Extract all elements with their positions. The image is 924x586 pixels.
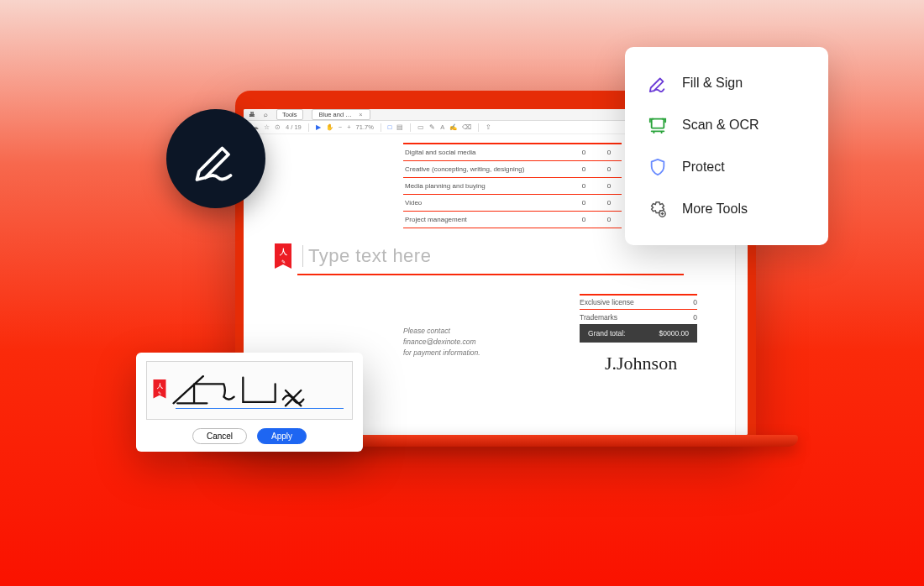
budget-table: Digital and social media00 Creative (con… [403,143,622,228]
annot-sign-icon[interactable]: ✍ [449,123,457,131]
page-counter: 4 / 19 [286,123,302,131]
table-row: Creative (concepting, writing, designing… [403,161,622,178]
annot-highlight-icon[interactable]: ▭ [417,123,424,131]
pdf-bookmark-icon: 人✎ [152,379,167,401]
tool-label: Protect [682,160,725,175]
svg-rect-2 [652,119,664,128]
table-row: Digital and social media00 [403,144,622,161]
pdf-bookmark-icon: 人✎ [273,243,293,272]
annot-draw-icon[interactable]: ✎ [429,123,435,131]
close-tab-icon[interactable]: × [359,111,362,118]
zoom-plus-icon[interactable]: + [347,123,350,131]
cancel-button[interactable]: Cancel [192,428,247,444]
tab-label: Blue and White Ill... [319,111,356,118]
page-display-icon[interactable]: ▤ [396,123,403,131]
svg-text:✎: ✎ [158,391,161,395]
protect-icon [648,158,667,176]
fill-text-field[interactable]: Type text here [302,245,613,275]
tools-panel: Fill & Sign Scan & OCR Protect More Tool… [625,47,828,245]
table-row: Media planning and buying00 [403,178,622,195]
drawn-signature [172,371,314,410]
zoom-out-icon[interactable]: ⌕ [264,111,268,118]
hand-icon[interactable]: ✋ [326,123,333,131]
signature-dialog: 人✎ Zac Fox Cancel Apply [136,353,363,452]
cursor-icon[interactable]: ▶ [316,123,321,131]
svg-text:人: 人 [279,248,288,256]
table-row: Video00 [403,195,622,212]
print-icon[interactable]: 🖶 [249,111,255,118]
svg-text:✎: ✎ [281,259,286,264]
tool-protect[interactable]: Protect [625,146,828,188]
tools-link[interactable]: Tools [276,109,303,120]
scan-ocr-icon [648,116,667,134]
tool-label: Scan & OCR [682,118,759,133]
document-tab[interactable]: Blue and White Ill... × [312,109,370,120]
fill-placeholder: Type text here [302,245,613,267]
annot-text-icon[interactable]: A [440,123,444,131]
existing-signature: J.Johnson [605,353,677,374]
annot-erase-icon[interactable]: ⌫ [462,123,471,131]
select-tool-icon[interactable]: □ [388,123,392,131]
fill-sign-icon [648,74,667,92]
tool-label: Fill & Sign [682,76,743,91]
tool-fill-sign[interactable]: Fill & Sign [625,62,828,104]
contact-info: Please contact finance@dexinote.com for … [403,326,480,358]
grand-total-row: Grand total:$0000.00 [580,324,697,343]
page-up-icon[interactable]: ⊙ [275,123,281,131]
sign-hero-badge [166,109,265,208]
zoom-level[interactable]: 71.7% [356,123,374,131]
zoom-minus-icon[interactable]: − [339,123,342,131]
share-icon[interactable]: ⇪ [486,123,491,131]
apply-button[interactable]: Apply [257,428,307,444]
tool-more[interactable]: More Tools [625,188,828,230]
signature-icon [191,133,241,184]
signature-canvas[interactable]: 人✎ Zac Fox [146,361,353,420]
more-tools-icon [648,200,667,218]
svg-text:人: 人 [156,383,164,390]
table-row: Project management00 [403,212,622,228]
totals-table: Exclusive license0 Trademarks0 Grand tot… [580,294,697,343]
star-icon[interactable]: ☆ [264,123,270,131]
tool-label: More Tools [682,201,748,217]
tool-scan-ocr[interactable]: Scan & OCR [625,104,828,146]
